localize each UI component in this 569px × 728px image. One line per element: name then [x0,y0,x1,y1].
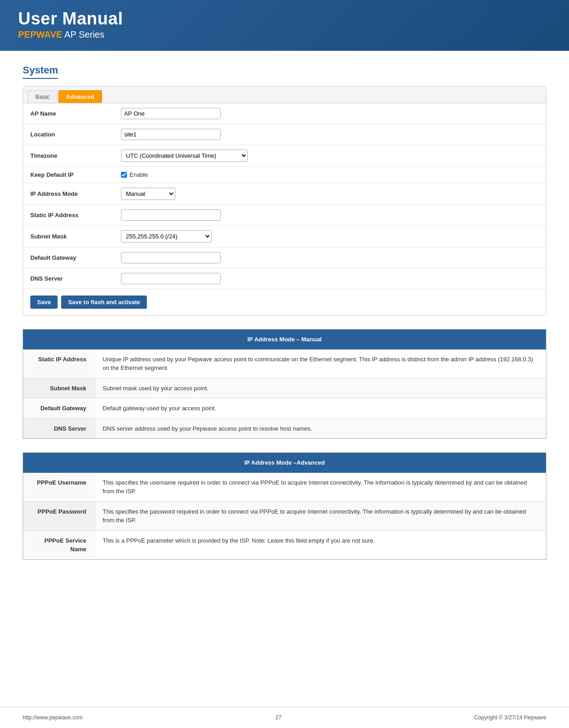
row-desc-pppoe-service-name: This is a PPPoE parameter which is provi… [96,530,546,559]
tab-basic[interactable]: Basic [28,90,58,103]
table-row: PPPoE Password This specifies the passwo… [23,501,546,530]
row-desc-subnet-mask: Subnet mask used by your access point. [96,378,546,398]
input-static-ip[interactable] [121,209,221,221]
row-label-pppoe-username: PPPoE Username [23,473,96,502]
row-desc-static-ip: Unique IP address used by your Pepwave a… [96,349,546,379]
save-button[interactable]: Save [30,296,58,309]
table-row: Subnet Mask Subnet mask used by your acc… [23,378,546,398]
control-ip-address-mode: Manual DHCP PPPoE [121,188,539,200]
table-row: PPPoE Service Name This is a PPPoE param… [23,530,546,559]
ip-manual-table: IP Address Mode – Manual Static IP Addre… [23,329,546,439]
tab-advanced[interactable]: Advanced [58,90,102,103]
table-row: DNS Server DNS server address used by yo… [23,418,546,439]
checkbox-enable[interactable] [121,172,127,178]
control-keep-default-ip: Enable [121,171,539,178]
brand-name: PEPWAVE [18,29,62,39]
row-desc-pppoe-password: This specifies the password required in … [96,501,546,530]
checkbox-label-enable: Enable [121,171,539,178]
tab-bar: Basic Advanced [23,87,546,103]
form-row-keep-default-ip: Keep Default IP Enable [23,167,546,183]
footer-page-number: 27 [275,714,281,721]
label-subnet-mask: Subnet Mask [30,233,121,240]
table-row: Static IP Address Unique IP address used… [23,349,546,379]
row-label-static-ip: Static IP Address [23,349,96,379]
save-flash-button[interactable]: Save to flash and activate [61,296,147,309]
form-body: AP Name Location Timezone UTC (Coordinat… [23,103,546,289]
system-form-panel: Basic Advanced AP Name Location [23,86,546,315]
label-dns-server: DNS Server [30,275,121,282]
button-row: Save Save to flash and activate [23,289,546,315]
subnet-row: 255.255.255.0 (/24) 255.255.0.0 (/16) 25… [121,230,539,243]
page-footer: http://www.pepwave.com 27 Copyright © 3/… [0,707,569,728]
row-label-subnet-mask: Subnet Mask [23,378,96,398]
footer-copyright: Copyright © 3/27/14 Pepwave [474,714,546,721]
ip-advanced-table: IP Address Mode –Advanced PPPoE Username… [23,452,546,560]
series-name: AP Series [62,29,104,39]
form-row-timezone: Timezone UTC (Coordinated Universal Time… [23,145,546,167]
input-default-gateway[interactable] [121,252,221,263]
control-default-gateway [121,252,539,263]
control-subnet-mask: 255.255.255.0 (/24) 255.255.0.0 (/16) 25… [121,230,539,243]
control-timezone: UTC (Coordinated Universal Time) [121,150,539,162]
input-location[interactable] [121,129,221,140]
input-dns-server[interactable] [121,273,221,284]
row-label-pppoe-password: PPPoE Password [23,501,96,530]
form-row-location: Location [23,124,546,145]
form-row-dns-server: DNS Server [23,268,546,289]
form-row-ap-name: AP Name [23,103,546,124]
label-ip-address-mode: IP Address Mode [30,190,121,197]
footer-url: http://www.pepwave.com [23,714,83,721]
row-desc-default-gateway: Default gateway used by your access poin… [96,398,546,419]
manual-title: User Manual [18,9,551,29]
ip-manual-table-header: IP Address Mode – Manual [23,330,546,349]
form-row-subnet-mask: Subnet Mask 255.255.255.0 (/24) 255.255.… [23,226,546,248]
row-desc-dns-server: DNS server address used by your Pepwave … [96,418,546,439]
row-label-pppoe-service-name: PPPoE Service Name [23,530,96,559]
control-location [121,129,539,140]
label-keep-default-ip: Keep Default IP [30,171,121,178]
main-content: System Basic Advanced AP Name Location [0,51,569,587]
page-header: User Manual PEPWAVE AP Series [0,0,569,51]
select-ip-address-mode[interactable]: Manual DHCP PPPoE [121,188,175,200]
input-ap-name[interactable] [121,108,221,119]
system-section-title: System [23,64,58,79]
row-label-default-gateway: Default Gateway [23,398,96,419]
label-default-gateway: Default Gateway [30,254,121,261]
label-ap-name: AP Name [30,110,121,117]
control-ap-name [121,108,539,119]
row-label-dns-server: DNS Server [23,418,96,439]
ip-advanced-table-header: IP Address Mode –Advanced [23,453,546,473]
label-timezone: Timezone [30,152,121,159]
table-row: Default Gateway Default gateway used by … [23,398,546,419]
row-desc-pppoe-username: This specifies the username required in … [96,473,546,502]
form-row-static-ip: Static IP Address [23,205,546,226]
control-dns-server [121,273,539,284]
table-row: PPPoE Username This specifies the userna… [23,473,546,502]
form-row-ip-address-mode: IP Address Mode Manual DHCP PPPoE [23,183,546,205]
manual-subtitle: PEPWAVE AP Series [18,29,551,40]
select-timezone[interactable]: UTC (Coordinated Universal Time) [121,150,248,162]
select-subnet-mask[interactable]: 255.255.255.0 (/24) 255.255.0.0 (/16) 25… [121,230,212,243]
label-static-ip: Static IP Address [30,212,121,218]
label-location: Location [30,131,121,138]
form-row-default-gateway: Default Gateway [23,248,546,268]
checkbox-text: Enable [130,171,148,178]
control-static-ip [121,209,539,221]
